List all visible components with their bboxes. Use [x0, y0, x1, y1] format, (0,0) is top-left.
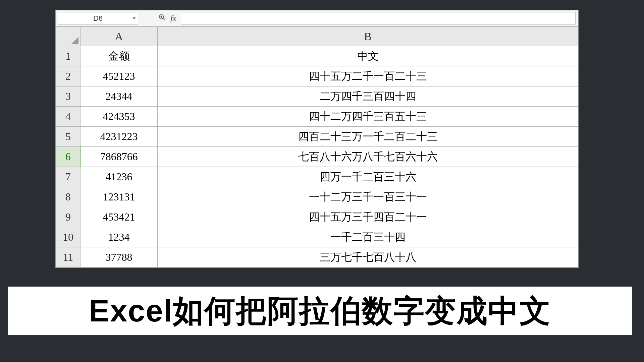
banner-text: Excel如何把阿拉伯数字变成中文 — [89, 290, 551, 332]
table-row: 5 4231223 四百二十三万一千二百二十三 — [56, 127, 578, 147]
cell-a6[interactable]: 7868766 — [80, 147, 158, 167]
table-row: 6 7868766 七百八十六万八千七百六十六 — [56, 147, 578, 167]
svg-line-1 — [163, 18, 165, 20]
row-header[interactable]: 4 — [56, 107, 80, 127]
cell-b10[interactable]: 一千二百三十四 — [158, 227, 578, 247]
cell-b6[interactable]: 七百八十六万八千七百六十六 — [158, 147, 578, 167]
select-all-corner[interactable] — [56, 27, 80, 46]
row-header[interactable]: 1 — [56, 46, 80, 66]
cell-a11[interactable]: 37788 — [80, 247, 158, 267]
cell-a7[interactable]: 41236 — [80, 167, 158, 187]
column-header-row: A B — [56, 27, 578, 46]
excel-window: D6 fx A B — [55, 10, 579, 268]
table-row: 10 1234 一千二百三十四 — [56, 227, 578, 247]
table-row: 1 金额 中文 — [56, 46, 578, 66]
cell-b8[interactable]: 一十二万三千一百三十一 — [158, 187, 578, 207]
row-header[interactable]: 11 — [56, 247, 80, 267]
page-title-banner: Excel如何把阿拉伯数字变成中文 — [8, 287, 632, 335]
cell-a9[interactable]: 453421 — [80, 207, 158, 227]
row-header[interactable]: 5 — [56, 127, 80, 147]
cell-b1[interactable]: 中文 — [158, 46, 578, 66]
cell-b9[interactable]: 四十五万三千四百二十一 — [158, 207, 578, 227]
table-row: 9 453421 四十五万三千四百二十一 — [56, 207, 578, 227]
cell-b7[interactable]: 四万一千二百三十六 — [158, 167, 578, 187]
spreadsheet-grid[interactable]: A B 1 金额 中文 2 452123 四十五万二千一百二十三 3 24344… — [56, 26, 578, 267]
cell-b3[interactable]: 二万四千三百四十四 — [158, 86, 578, 107]
formula-bar: D6 fx — [56, 10, 578, 26]
cell-a2[interactable]: 452123 — [80, 66, 158, 86]
table-row: 3 24344 二万四千三百四十四 — [56, 86, 578, 107]
fx-icon[interactable]: fx — [170, 14, 176, 23]
name-box-value: D6 — [93, 14, 103, 23]
formula-bar-icons: fx — [158, 14, 176, 23]
cell-b5[interactable]: 四百二十三万一千二百二十三 — [158, 127, 578, 147]
cell-a3[interactable]: 24344 — [80, 86, 158, 107]
table-row: 11 37788 三万七千七百八十八 — [56, 247, 578, 267]
row-header[interactable]: 2 — [56, 66, 80, 86]
cell-a5[interactable]: 4231223 — [80, 127, 158, 147]
name-box[interactable]: D6 — [58, 12, 138, 25]
cell-a10[interactable]: 1234 — [80, 227, 158, 247]
zoom-icon[interactable] — [158, 14, 166, 23]
cell-b4[interactable]: 四十二万四千三百五十三 — [158, 107, 578, 127]
row-header[interactable]: 7 — [56, 167, 80, 187]
row-header[interactable]: 10 — [56, 227, 80, 247]
cell-a1[interactable]: 金额 — [80, 46, 158, 66]
table-row: 2 452123 四十五万二千一百二十三 — [56, 66, 578, 86]
row-header[interactable]: 8 — [56, 187, 80, 207]
row-header[interactable]: 9 — [56, 207, 80, 227]
cell-a4[interactable]: 424353 — [80, 107, 158, 127]
table-row: 4 424353 四十二万四千三百五十三 — [56, 107, 578, 127]
cell-b11[interactable]: 三万七千七百八十八 — [158, 247, 578, 267]
formula-input[interactable] — [181, 12, 576, 25]
row-header[interactable]: 3 — [56, 86, 80, 107]
cell-b2[interactable]: 四十五万二千一百二十三 — [158, 66, 578, 86]
column-header-b[interactable]: B — [158, 27, 578, 46]
chevron-down-icon[interactable] — [132, 17, 136, 19]
table-row: 8 123131 一十二万三千一百三十一 — [56, 187, 578, 207]
table-row: 7 41236 四万一千二百三十六 — [56, 167, 578, 187]
cell-a8[interactable]: 123131 — [80, 187, 158, 207]
column-header-a[interactable]: A — [80, 27, 158, 46]
row-header-active[interactable]: 6 — [56, 147, 80, 167]
